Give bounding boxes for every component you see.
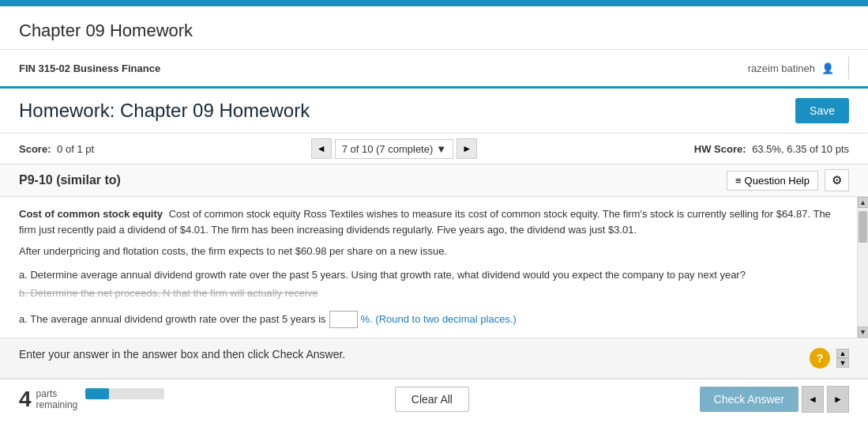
page-title: Chapter 09 Homework: [19, 21, 849, 41]
settings-button[interactable]: ⚙: [825, 169, 849, 191]
bottom-center: Clear All: [177, 387, 686, 412]
bottom-bar: 4 parts remaining Clear All Check Answer…: [0, 379, 868, 419]
question-id: P9-10 (similar to): [19, 173, 121, 187]
question-help-button[interactable]: ≡ Question Help: [727, 171, 818, 191]
parts-count: 4: [19, 388, 32, 410]
hw-title-bar: Homework: Chapter 09 Homework Save: [0, 89, 868, 134]
scroll-down-button[interactable]: ▼: [858, 327, 869, 338]
page-title-area: Chapter 09 Homework: [0, 6, 868, 50]
next-question-button[interactable]: ►: [457, 138, 477, 159]
question-selector[interactable]: 7 of 10 (7 complete) ▼: [335, 139, 454, 159]
answer-line: a. The average annual dividend growth ra…: [19, 311, 836, 328]
score-nav-bar: Score: 0 of 1 pt ◄ 7 of 10 (7 complete) …: [0, 134, 868, 164]
question-header: P9-10 (similar to) ≡ Question Help ⚙: [0, 164, 868, 197]
vertical-divider: [848, 56, 849, 80]
course-header: FIN 315-02 Business Finance razeim batin…: [0, 50, 868, 89]
question-content: ▲ ▼ Cost of common stock equity Cost of …: [0, 197, 868, 338]
save-button[interactable]: Save: [795, 98, 849, 123]
hw-title: Homework: Chapter 09 Homework: [19, 100, 310, 122]
clear-all-button[interactable]: Clear All: [395, 387, 469, 412]
part-b: b. Determine the net proceeds, N that th…: [19, 285, 836, 301]
question-topic-label: Cost of common stock equity: [19, 208, 163, 220]
bottom-right: Check Answer ◄ ►: [700, 386, 849, 413]
check-answer-button[interactable]: Check Answer: [700, 387, 798, 412]
user-icon: 👤: [821, 62, 834, 74]
scroll-thumb[interactable]: [859, 211, 867, 243]
help-circle-button[interactable]: ?: [810, 348, 830, 368]
question-actions: ≡ Question Help ⚙: [727, 169, 849, 191]
progress-fill: [85, 388, 109, 399]
question-parts: a. Determine average annual dividend gro…: [19, 267, 836, 301]
question-nav: ◄ 7 of 10 (7 complete) ▼ ►: [311, 138, 478, 159]
answer-instruction: Enter your answer in the answer box and …: [19, 348, 345, 361]
answer-prefix: a. The average annual dividend growth ra…: [19, 312, 326, 327]
spinner-controls: ▲ ▼: [836, 349, 849, 368]
answer-suffix: %. (Round to two decimal places.): [361, 312, 517, 327]
bottom-next-button[interactable]: ►: [827, 386, 849, 413]
user-name: razeim batineh: [748, 62, 815, 74]
answer-section: Enter your answer in the answer box and …: [0, 338, 868, 379]
part-a: a. Determine average annual dividend gro…: [19, 267, 836, 283]
parts-label: parts remaining: [36, 388, 78, 410]
spinner-up-button[interactable]: ▲: [836, 349, 849, 358]
parts-remaining: 4 parts remaining: [19, 388, 164, 410]
question-body-2: After underpricing and flotation costs, …: [19, 244, 836, 259]
hw-score: HW Score: 63.5%, 6.35 of 10 pts: [694, 143, 849, 155]
course-name: FIN 315-02 Business Finance: [19, 62, 160, 74]
menu-lines-icon: ≡: [735, 175, 742, 187]
question-body-1: Cost of common stock equity Cost of comm…: [19, 206, 836, 237]
prev-question-button[interactable]: ◄: [311, 138, 332, 159]
scrollbar[interactable]: ▲ ▼: [857, 197, 868, 338]
scroll-track: [858, 208, 868, 327]
scroll-up-button[interactable]: ▲: [858, 197, 869, 208]
user-info: razeim batineh 👤: [748, 62, 834, 74]
question-text: Cost of common stock equity Cost of comm…: [19, 206, 849, 328]
spinner-down-button[interactable]: ▼: [836, 358, 849, 368]
top-accent-bar: [0, 0, 868, 6]
score-label: Score: 0 of 1 pt: [19, 143, 94, 155]
gear-icon: ⚙: [832, 173, 842, 187]
bottom-prev-button[interactable]: ◄: [802, 386, 824, 413]
progress-bar: [85, 388, 164, 399]
dropdown-arrow-icon: ▼: [436, 143, 446, 155]
answer-input[interactable]: [329, 311, 358, 328]
